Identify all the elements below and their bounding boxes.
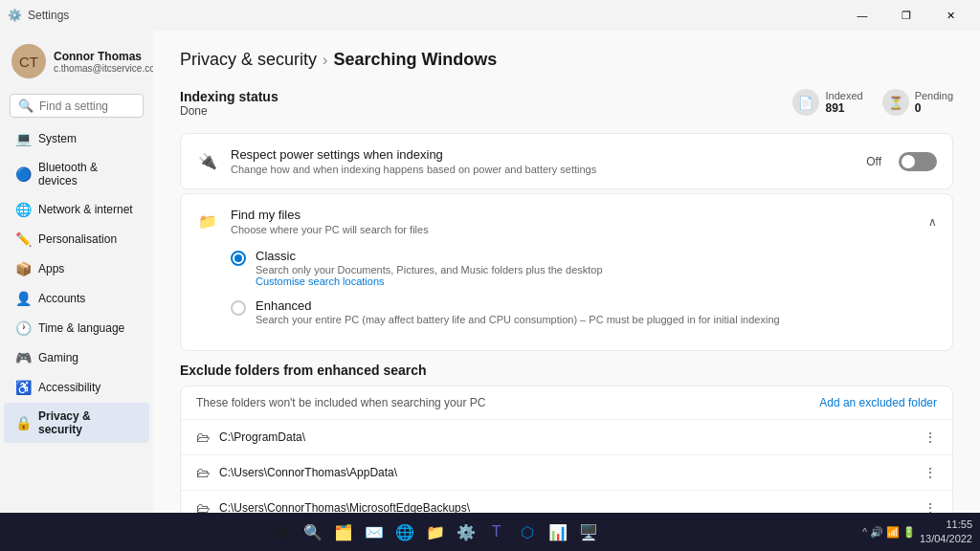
clock[interactable]: 11:55 13/04/2022 xyxy=(920,518,972,547)
app1-taskbar-icon[interactable]: 📊 xyxy=(544,518,572,546)
maximize-button[interactable]: ❐ xyxy=(884,0,928,31)
folder-menu-1[interactable]: ⋮ xyxy=(924,465,937,480)
pending-icon: ⏳ xyxy=(882,89,909,116)
exclude-section: Exclude folders from enhanced search The… xyxy=(180,363,953,513)
close-button[interactable]: ✕ xyxy=(928,0,972,31)
find-files-text: Find my files Choose where your PC will … xyxy=(231,208,917,235)
personalisation-icon: ✏️ xyxy=(15,231,31,247)
task-view-button[interactable]: 🗂️ xyxy=(329,518,358,546)
system-tray: ^ 🔊 📶 🔋 xyxy=(862,526,916,539)
find-files-icon: 📁 xyxy=(196,210,219,233)
minimize-button[interactable]: — xyxy=(840,0,884,31)
date-display: 13/04/2022 xyxy=(920,532,972,546)
folder-row-2: 🗁 C:\Users\ConnorThomas\MicrosoftEdgeBac… xyxy=(181,491,952,513)
search-box[interactable]: 🔍 xyxy=(10,94,144,118)
find-files-header[interactable]: 📁 Find my files Choose where your PC wil… xyxy=(181,194,952,249)
teams-taskbar-icon[interactable]: T xyxy=(482,518,511,546)
find-files-desc: Choose where your PC will search for fil… xyxy=(231,224,917,235)
profile-section: CT Connor Thomas c.thomas@itcservice.co.… xyxy=(0,34,153,88)
sidebar-item-privacy[interactable]: 🔒 Privacy & security xyxy=(4,403,149,443)
app-title: Settings xyxy=(28,9,69,22)
sidebar-item-network[interactable]: 🌐 Network & internet xyxy=(4,195,149,224)
pending-label: Pending xyxy=(915,90,953,101)
search-taskbar-button[interactable]: 🔍 xyxy=(299,518,327,546)
exclude-header: Exclude folders from enhanced search xyxy=(180,363,953,378)
sidebar-item-label: Personalisation xyxy=(38,232,117,246)
sidebar: CT Connor Thomas c.thomas@itcservice.co.… xyxy=(0,31,153,513)
classic-text: Classic Search only your Documents, Pict… xyxy=(256,249,603,287)
classic-link[interactable]: Customise search locations xyxy=(256,276,603,287)
sidebar-item-personalisation[interactable]: ✏️ Personalisation xyxy=(4,225,149,253)
folder-menu-2[interactable]: ⋮ xyxy=(924,500,937,513)
tray-chevron[interactable]: ^ xyxy=(862,527,867,538)
sidebar-item-apps[interactable]: 📦 Apps xyxy=(4,254,149,283)
indexed-stat: 📄 Indexed 891 xyxy=(792,89,862,116)
add-excluded-folder-link[interactable]: Add an excluded folder xyxy=(819,396,937,409)
battery-icon[interactable]: 🔋 xyxy=(902,526,916,539)
pending-value: 0 xyxy=(915,101,953,115)
profile-name: Connor Thomas xyxy=(54,50,153,63)
power-settings-row: 🔌 Respect power settings when indexing C… xyxy=(181,134,952,188)
explorer-taskbar-icon[interactable]: 📁 xyxy=(421,518,450,546)
enhanced-option[interactable]: Enhanced Search your entire PC (may affe… xyxy=(231,298,937,325)
vscode-taskbar-icon[interactable]: ⬡ xyxy=(513,518,542,546)
sidebar-item-label: Accounts xyxy=(38,292,85,305)
breadcrumb-current: Searching Windows xyxy=(333,50,497,70)
indexed-value: 891 xyxy=(825,101,862,115)
find-files-title: Find my files xyxy=(231,208,917,222)
indexing-section: Indexing status Done 📄 Indexed 891 ⏳ xyxy=(180,89,953,118)
enhanced-radio[interactable] xyxy=(231,300,246,316)
indexed-icon: 📄 xyxy=(792,89,819,116)
classic-label: Classic xyxy=(256,249,603,263)
taskbar-right: ^ 🔊 📶 🔋 11:55 13/04/2022 xyxy=(862,518,972,547)
folder-path-0: C:\ProgramData\ xyxy=(219,430,914,444)
power-icon: 🔌 xyxy=(196,150,219,173)
folder-icon-0: 🗁 xyxy=(196,430,210,445)
title-bar-left: ⚙️ Settings xyxy=(8,9,69,22)
power-toggle[interactable] xyxy=(899,152,937,171)
folder-row-1: 🗁 C:\Users\ConnorThomas\AppData\ ⋮ xyxy=(181,455,952,491)
privacy-icon: 🔒 xyxy=(15,415,31,430)
folder-path-2: C:\Users\ConnorThomas\MicrosoftEdgeBacku… xyxy=(219,501,914,513)
sidebar-item-bluetooth[interactable]: 🔵 Bluetooth & devices xyxy=(4,154,149,194)
edge-taskbar-icon[interactable]: 🌐 xyxy=(390,518,419,546)
breadcrumb-parent[interactable]: Privacy & security xyxy=(180,50,317,70)
indexing-title: Indexing status xyxy=(180,89,278,104)
power-settings-text: Respect power settings when indexing Cha… xyxy=(231,147,855,175)
bluetooth-icon: 🔵 xyxy=(15,166,31,182)
sidebar-item-label: Apps xyxy=(38,262,64,276)
terminal-taskbar-icon[interactable]: 🖥️ xyxy=(574,518,603,546)
classic-desc: Search only your Documents, Pictures, an… xyxy=(256,264,603,276)
settings-taskbar-icon[interactable]: ⚙️ xyxy=(452,518,480,546)
folder-icon-1: 🗁 xyxy=(196,465,210,480)
title-bar: ⚙️ Settings — ❐ ✕ xyxy=(0,0,980,31)
indexing-stats: 📄 Indexed 891 ⏳ Pending 0 xyxy=(792,89,953,116)
gaming-icon: 🎮 xyxy=(15,350,31,365)
taskbar-center: ⊞ 🔍 🗂️ ✉️ 🌐 📁 ⚙️ T ⬡ 📊 🖥️ xyxy=(268,518,603,546)
sidebar-item-label: System xyxy=(38,132,77,145)
classic-radio[interactable] xyxy=(231,251,246,266)
search-input[interactable] xyxy=(39,99,135,113)
search-icon: 🔍 xyxy=(18,99,33,113)
start-button[interactable]: ⊞ xyxy=(268,518,297,546)
mail-taskbar-icon[interactable]: ✉️ xyxy=(360,518,389,546)
classic-option[interactable]: Classic Search only your Documents, Pict… xyxy=(231,249,937,287)
find-files-body: Classic Search only your Documents, Pict… xyxy=(181,249,952,350)
taskbar: ⊞ 🔍 🗂️ ✉️ 🌐 📁 ⚙️ T ⬡ 📊 🖥️ ^ 🔊 📶 🔋 11:55 … xyxy=(0,513,980,551)
sidebar-item-accounts[interactable]: 👤 Accounts xyxy=(4,284,149,313)
power-settings-desc: Change how and when indexing happens bas… xyxy=(231,164,855,175)
toggle-label: Off xyxy=(866,155,881,168)
find-files-card: 📁 Find my files Choose where your PC wil… xyxy=(180,193,953,351)
system-icon: 💻 xyxy=(15,131,31,146)
sidebar-item-time[interactable]: 🕐 Time & language xyxy=(4,314,149,342)
folder-menu-0[interactable]: ⋮ xyxy=(924,430,937,445)
sidebar-item-gaming[interactable]: 🎮 Gaming xyxy=(4,343,149,372)
sidebar-item-system[interactable]: 💻 System xyxy=(4,124,149,153)
sidebar-item-label: Time & language xyxy=(38,321,124,335)
speakers-icon[interactable]: 🔊 xyxy=(870,526,883,539)
indexed-label: Indexed xyxy=(825,90,862,101)
network-icon-tray[interactable]: 📶 xyxy=(886,526,900,539)
taskbar-center-wrapper: ⊞ 🔍 🗂️ ✉️ 🌐 📁 ⚙️ T ⬡ 📊 🖥️ xyxy=(8,518,862,546)
sidebar-item-label: Bluetooth & devices xyxy=(38,161,138,187)
sidebar-item-accessibility[interactable]: ♿ Accessibility xyxy=(4,373,149,402)
